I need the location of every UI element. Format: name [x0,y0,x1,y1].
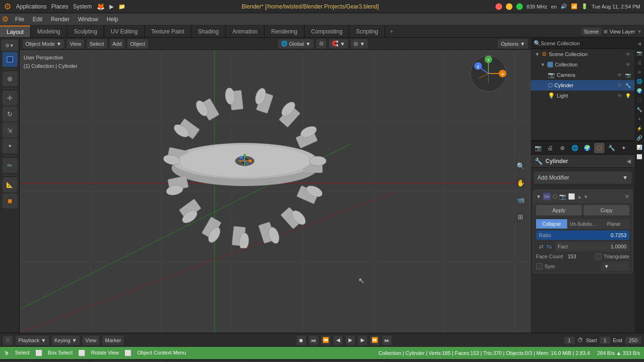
collapse-panel-icon[interactable]: ◀ [636,40,643,47]
gear-object[interactable] [146,88,344,250]
prev-keyframe-button[interactable]: ⏪ [321,336,330,345]
transform-pivot-button[interactable]: ⊙ [316,39,326,49]
proportional-edit-button[interactable]: ◎ ▼ [351,39,368,49]
outliner-item-scene-collection[interactable]: ▼ ⚙ Scene Collection 👁 [531,49,635,59]
tab-compositing[interactable]: Compositing [305,25,350,37]
add-tool-button[interactable]: ◼ [2,193,17,208]
app-menu-system[interactable]: System [73,3,92,10]
annotate-tool-button[interactable]: ✏ [2,158,17,173]
visibility-icon[interactable]: 👁 [626,51,631,57]
transform-orientation-dropdown[interactable]: 🌐 Global ▼ [278,39,314,49]
light-extra-icon[interactable]: 💡 [625,93,631,99]
collection-checkbox[interactable] [547,62,553,67]
mod-down-icon[interactable]: ▼ [584,194,588,199]
tab-uv-editing[interactable]: UV Editing [104,25,145,37]
modifier-expand-icon[interactable]: ▼ [536,194,541,199]
view-layer-icon-strip[interactable]: ⊕ [636,68,643,75]
transform-tool-button[interactable]: ✦ [2,139,17,154]
app-menu-places[interactable]: Places [51,3,68,10]
scale-tool-button[interactable]: ⇲ [2,123,17,138]
view-layer-icon[interactable]: ◼ [603,28,608,34]
particles-icon[interactable]: ✦ [619,143,629,153]
terminal-icon[interactable]: ▶ [109,3,114,10]
mod-camera-icon[interactable]: 📷 [559,193,566,200]
add-workspace-button[interactable]: + [385,25,398,37]
snap-button[interactable]: 🧲 ▼ [329,39,348,49]
network-icon[interactable]: 📶 [571,3,578,9]
timeline-header-button[interactable]: ⊞ [3,336,13,345]
menu-window[interactable]: Window [74,15,102,24]
scene-properties-icon[interactable]: 🌐 [570,143,580,153]
particles-icon-strip[interactable]: ✦ [636,115,643,123]
options-button[interactable]: Options ▼ [498,39,528,49]
sync-icon[interactable]: ⇄ [539,243,544,250]
outliner-item-collection[interactable]: ▼ Collection 👁 [531,59,635,70]
tab-modeling[interactable]: Modeling [31,25,67,37]
jump-start-button[interactable]: ⏮ [309,336,318,345]
outliner-item-light[interactable]: 💡 Light 👁 💡 [531,90,635,101]
render-icon[interactable]: 📷 [636,49,643,57]
menu-file[interactable]: File [11,15,28,24]
outliner-item-cylinder[interactable]: ⬡ Cylinder 👁 🔧 [531,80,635,90]
view-menu-button[interactable]: View [67,39,84,49]
collapse-icon[interactable]: ◀ [627,158,631,165]
object-mode-dropdown[interactable]: Object Mode ▼ [23,39,64,49]
sym-checkbox[interactable] [536,263,543,270]
modifier-close-button[interactable]: ✕ [625,193,629,200]
constraints-icon-strip[interactable]: 🔗 [636,134,643,141]
playback-menu[interactable]: Playback ▼ [16,336,49,345]
ratio-field[interactable]: Ratio 0.7253 [536,230,629,240]
start-frame-field[interactable]: 1 [600,337,610,344]
firefox-icon[interactable]: 🦊 [97,3,105,10]
menu-edit[interactable]: Edit [29,15,46,24]
tab-sculpting[interactable]: Sculpting [67,25,104,37]
jump-end-button[interactable]: ⏭ [382,336,392,345]
win-min-btn[interactable] [506,3,512,10]
camera-view-button[interactable]: 📹 [514,193,527,206]
grid-toggle-button[interactable]: ⊞ [514,210,527,223]
outliner-filter-icon[interactable]: 🔍 [534,40,541,47]
mod-render-icon[interactable]: ⬜ [568,193,575,200]
cylinder-modifier-icon[interactable]: 🔧 [625,83,631,88]
outliner-item-camera[interactable]: 📷 Camera 👁 📷 [531,70,635,80]
output-icon[interactable]: 🖨 [636,58,643,66]
modifier-properties-icon[interactable]: 🔧 [606,143,617,153]
world-properties-icon[interactable]: 🌍 [582,143,592,153]
app-menu-applications[interactable]: Applications [16,3,47,10]
apply-button[interactable]: Apply [536,205,582,215]
render-properties-icon[interactable]: 📷 [533,143,543,153]
end-frame-field[interactable]: 250 [625,337,641,344]
swap-icon[interactable]: ⇆ [546,243,552,250]
zoom-in-button[interactable]: 🔍 [514,159,527,173]
sym-dropdown[interactable]: ▼ [601,262,629,271]
physics-icon-strip[interactable]: ⚡ [636,124,643,132]
data-icon-strip[interactable]: 📊 [636,143,643,151]
view-layer-properties-icon[interactable]: ⊕ [557,143,568,153]
win-max-btn[interactable] [516,3,523,10]
camera-visibility-icon[interactable]: 👁 [617,72,622,78]
triangulate-checkbox[interactable] [595,253,602,260]
next-keyframe-button[interactable]: ⏩ [370,336,380,345]
files-icon[interactable]: 📁 [118,3,125,10]
select-menu-button[interactable]: Select [87,39,107,49]
cylinder-visibility-icon[interactable]: 👁 [617,82,622,88]
pan-button[interactable]: ✋ [514,176,527,189]
collection-visibility-icon[interactable]: 👁 [626,62,631,67]
cursor-mode-button[interactable]: ⚙▼ [1,40,18,51]
measure-tool-button[interactable]: 📐 [2,177,17,192]
camera-render-icon[interactable]: 📷 [625,73,631,78]
cursor-tool-button[interactable]: ⊕ [2,71,17,86]
tab-scripting[interactable]: Scripting [349,25,385,37]
copy-button[interactable]: Copy [584,205,629,215]
stop-button[interactable]: ⏺ [297,336,306,345]
navigation-gizmo[interactable]: X Y Z [470,55,507,94]
menu-render[interactable]: Render [47,15,73,24]
add-modifier-button[interactable]: Add Modifier ▼ [534,172,632,184]
scene-icon-strip[interactable]: 🌐 [636,77,643,85]
view-menu-timeline[interactable]: View [83,336,99,345]
menu-help[interactable]: Help [103,15,122,24]
move-tool-button[interactable]: ✛ [2,90,17,106]
planar-tab[interactable]: Planar [598,219,629,229]
output-properties-icon[interactable]: 🖨 [545,143,555,153]
select-tool-button[interactable] [2,52,17,67]
